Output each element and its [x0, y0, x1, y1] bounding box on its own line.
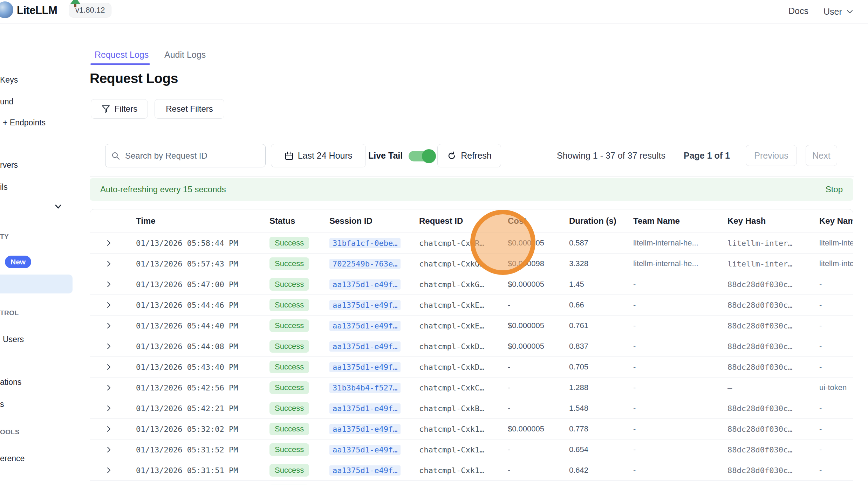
row-expand-icon[interactable] [90, 260, 136, 268]
reset-filters-label: Reset Filters [166, 104, 213, 114]
cell-time: 01/13/2026 05:44:40 PM [136, 321, 269, 330]
row-expand-icon[interactable] [90, 301, 136, 309]
sidebar-collapse-chevron-icon[interactable] [53, 202, 63, 212]
user-menu-label: User [823, 1, 842, 22]
cell-key-hash: 88dc28d0f030c… [727, 363, 819, 372]
reset-filters-button[interactable]: Reset Filters [155, 99, 224, 119]
row-expand-icon[interactable] [90, 404, 136, 412]
table-row: 01/13/2026 05:47:00 PMSuccessaa1375d1-e4… [90, 274, 853, 295]
sidebar-item-guardrails[interactable]: ils [0, 182, 8, 192]
row-expand-icon[interactable] [90, 363, 136, 371]
cell-team-name: - [633, 383, 727, 392]
nav-docs-link[interactable]: Docs [788, 0, 808, 23]
sidebar-item-logs-selected[interactable] [0, 275, 73, 293]
live-tail-label: Live Tail [368, 151, 403, 161]
row-expand-icon[interactable] [90, 342, 136, 350]
table-row: 01/13/2026 05:32:02 PMSuccessaa1375d1-e4… [90, 418, 853, 439]
time-range-button[interactable]: Last 24 Hours [271, 144, 366, 167]
cell-request-id: chatcmpl-CxkE… [419, 321, 508, 330]
tab-audit-logs[interactable]: Audit Logs [164, 50, 206, 60]
cell-duration: 1.45 [569, 280, 633, 289]
request-logs-table: TimeStatusSession IDRequest IDCostDurati… [90, 209, 853, 485]
table-row: 01/13/2026 05:31:38 PMSuccessaa1375d1-e4… [90, 480, 853, 485]
cell-duration: 0.66 [569, 300, 633, 310]
cell-duration: 0.778 [569, 424, 633, 434]
sidebar-item-playground[interactable]: und [0, 97, 13, 106]
filters-button[interactable]: Filters [91, 99, 148, 119]
sidebar-item-organizations[interactable]: ations [0, 377, 21, 387]
row-expand-icon[interactable] [90, 280, 136, 288]
tab-request-logs[interactable]: Request Logs [95, 50, 149, 60]
session-id-link[interactable]: aa1375d1-e49f… [329, 445, 401, 455]
live-tail-toggle[interactable] [409, 151, 432, 161]
cell-duration: 0.705 [569, 362, 633, 372]
cell-team-name: litellm-internal-he... [633, 259, 727, 268]
previous-page-button[interactable]: Previous [746, 145, 797, 166]
refresh-button[interactable]: Refresh [437, 144, 501, 167]
session-id-link[interactable]: 31bfa1cf-0ebe… [329, 238, 401, 248]
cell-request-id: chatcmpl-CxkG… [419, 280, 508, 289]
stop-auto-refresh-button[interactable]: Stop [826, 185, 843, 194]
cell-key-hash: 88dc28d0f030c… [727, 321, 819, 330]
session-id-link[interactable]: aa1375d1-e49f… [329, 321, 401, 331]
cell-key-hash: 88dc28d0f030c… [727, 445, 819, 454]
auto-refresh-banner: Auto-refreshing every 15 seconds Stop [90, 178, 853, 201]
row-expand-icon[interactable] [90, 446, 136, 453]
cell-time: 01/13/2026 05:57:43 PM [136, 259, 269, 268]
cell-session-id: aa1375d1-e49f… [329, 445, 419, 455]
table-row: 01/13/2026 05:43:40 PMSuccessaa1375d1-e4… [90, 356, 853, 377]
cell-session-id: aa1375d1-e49f… [329, 279, 419, 290]
cell-session-id: aa1375d1-e49f… [329, 465, 419, 476]
table-row: 01/13/2026 05:31:52 PMSuccessaa1375d1-e4… [90, 439, 853, 460]
status-badge: Success [269, 402, 309, 415]
session-id-link[interactable]: 31b3b4b4-f527… [329, 383, 401, 393]
cell-session-id: 31b3b4b4-f527… [329, 383, 419, 393]
sidebar-section-tools: OOLS [0, 428, 20, 436]
sidebar-section-observability: TY [0, 233, 9, 241]
table-row: 01/13/2026 05:42:21 PMSuccessaa1375d1-e4… [90, 398, 853, 418]
cell-key-name: - [819, 342, 853, 351]
new-badge: New [5, 256, 31, 268]
status-badge: Success [269, 340, 309, 353]
cell-duration: 0.587 [569, 238, 633, 248]
sidebar-item-keys[interactable]: Keys [0, 75, 18, 85]
session-id-link[interactable]: aa1375d1-e49f… [329, 362, 401, 372]
cell-session-id: aa1375d1-e49f… [329, 362, 419, 372]
cell-key-name: - [819, 300, 853, 310]
session-id-link[interactable]: aa1375d1-e49f… [329, 403, 401, 414]
sidebar-item-api-reference[interactable]: erence [0, 454, 25, 463]
column-header: Request ID [419, 216, 508, 226]
status-badge: Success [269, 257, 309, 270]
row-expand-icon[interactable] [90, 322, 136, 330]
sidebar-item-models-endpoints[interactable]: + Endpoints [3, 118, 46, 127]
column-header: Time [136, 216, 269, 226]
cell-cost: - [508, 300, 569, 310]
cell-key-hash: litellm-inter… [727, 239, 819, 248]
cell-key-hash: 88dc28d0f030c… [727, 425, 819, 434]
session-id-link[interactable]: 7022549b-763e… [329, 259, 401, 269]
nav-user-menu[interactable]: User [823, 0, 854, 23]
sidebar-item-users[interactable]: Users [3, 335, 24, 344]
sidebar-item-servers[interactable]: rvers [0, 160, 18, 170]
cell-request-id: chatcmpl-CxkC… [419, 383, 508, 392]
sidebar-item-teams[interactable]: s [0, 400, 4, 409]
row-expand-icon[interactable] [90, 384, 136, 392]
session-id-link[interactable]: aa1375d1-e49f… [329, 424, 401, 434]
cell-request-id: chatcmpl-Cxk1… [419, 425, 508, 434]
session-id-link[interactable]: aa1375d1-e49f… [329, 279, 401, 290]
cell-key-name: - [819, 321, 853, 330]
row-expand-icon[interactable] [90, 239, 136, 247]
chevron-down-icon [846, 7, 854, 16]
session-id-link[interactable]: aa1375d1-e49f… [329, 341, 401, 352]
cell-team-name: litellm-internal-he... [633, 238, 727, 248]
table-row: 01/13/2026 05:58:44 PMSuccess31bfa1cf-0e… [90, 233, 853, 253]
next-page-button[interactable]: Next [806, 145, 837, 166]
session-id-link[interactable]: aa1375d1-e49f… [329, 300, 401, 310]
row-expand-icon[interactable] [90, 425, 136, 433]
row-expand-icon[interactable] [90, 466, 136, 474]
search-input[interactable] [124, 151, 260, 161]
session-id-link[interactable]: aa1375d1-e49f… [329, 465, 401, 476]
search-box[interactable] [105, 144, 266, 167]
cell-duration: 0.837 [569, 342, 633, 351]
cell-key-name: - [819, 424, 853, 434]
